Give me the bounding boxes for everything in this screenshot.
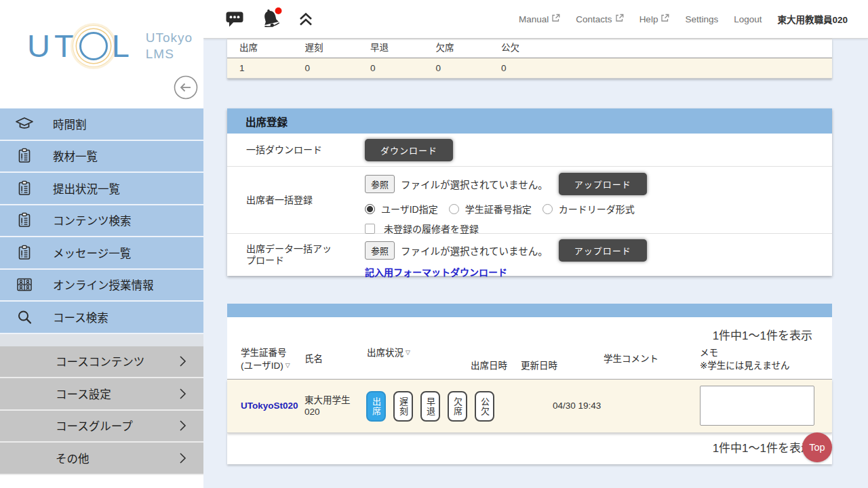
sidebar-section-divider — [0, 334, 203, 346]
clipboard-icon — [14, 178, 35, 199]
sidebar-item-materials[interactable]: 教材一覧 — [0, 141, 203, 174]
table-header: 1件中1〜1件を表示 学生証番号 (ユーザID)▽ 氏名 出席状況▽ 出席日時 … — [227, 317, 832, 380]
sidebar-item-online-class-info[interactable]: オンライン授業情報 — [0, 270, 203, 302]
utol-logo: UT L UTokyo LMS — [27, 30, 193, 62]
sidebar-item-label: オンライン授業情報 — [53, 277, 154, 293]
browse-button[interactable]: 参照 — [365, 175, 395, 193]
status-button-late[interactable]: 遅刻 — [393, 391, 413, 422]
logo-subtitle: UTokyo LMS — [146, 30, 193, 62]
summary-header: 早退 — [358, 40, 424, 58]
column-status[interactable]: 出席状況▽ — [367, 346, 410, 359]
header-links: Manual Contacts Help Settings Logout 東大用… — [519, 12, 848, 26]
checkbox-label: 未登録の履修者を登録 — [384, 222, 479, 235]
summary-value: 0 — [424, 63, 490, 73]
table-row: UTokyoSt020 東大用学生020 出席 遅刻 早退 欠席 公欠 04/3… — [227, 380, 832, 433]
settings-link[interactable]: Settings — [685, 14, 718, 24]
logout-link[interactable]: Logout — [734, 14, 762, 24]
student-name: 東大用学生020 — [304, 394, 361, 418]
search-icon — [14, 307, 35, 327]
clipboard-icon — [14, 210, 35, 230]
upload-button[interactable]: アップロード — [559, 239, 647, 262]
external-link-icon — [551, 14, 560, 24]
sidebar-item-label: コンテンツ検索 — [53, 212, 132, 228]
radio-label: 学生証番号指定 — [465, 202, 532, 216]
upload-button[interactable]: アップロード — [559, 173, 647, 195]
chat-icon[interactable] — [225, 9, 245, 28]
logo-text-l: L — [112, 30, 134, 62]
clipboard-icon — [14, 243, 35, 263]
scroll-to-top-button[interactable]: Top — [802, 432, 832, 462]
column-name: 氏名 — [304, 352, 323, 365]
summary-value-row: 1 0 0 0 0 — [227, 58, 832, 79]
chevron-right-icon — [178, 419, 187, 432]
browse-button[interactable]: 参照 — [365, 241, 395, 260]
sidebar-item-submission-status[interactable]: 提出状況一覧 — [0, 173, 203, 205]
sidebar-item-label: コースグループ — [56, 418, 133, 434]
column-student-id[interactable]: 学生証番号 (ユーザID)▽ — [241, 346, 290, 372]
main-content: 出席 遅刻 早退 欠席 公欠 1 0 0 0 0 出席登録 一括ダウンロード ダ… — [203, 39, 868, 488]
sidebar-item-others[interactable]: その他 — [0, 443, 203, 475]
status-button-absent[interactable]: 欠席 — [448, 391, 467, 422]
sort-icon: ▽ — [406, 349, 410, 356]
summary-value: 0 — [358, 63, 424, 73]
status-button-excused[interactable]: 公欠 — [475, 391, 494, 422]
sidebar-item-label: 提出状況一覧 — [53, 180, 120, 197]
attendance-summary-table: 出席 遅刻 早退 欠席 公欠 1 0 0 0 0 — [227, 39, 832, 79]
column-update-time: 更新日時 — [521, 359, 557, 372]
attendance-register-panel: 出席登録 一括ダウンロード ダウンロード 出席者一括登録 参照 ファイルが選択さ… — [227, 108, 832, 276]
sidebar-item-label: コースコンテンツ — [56, 353, 144, 369]
chevron-right-icon — [178, 354, 187, 368]
table-top-bar — [227, 304, 832, 317]
summary-header: 欠席 — [424, 40, 490, 58]
sidebar-item-course-group[interactable]: コースグループ — [0, 411, 203, 443]
external-link-icon — [615, 14, 624, 24]
summary-header: 遅刻 — [293, 40, 359, 58]
clipboard-icon — [14, 146, 35, 166]
sidebar-item-course-contents[interactable]: コースコンテンツ — [0, 346, 203, 379]
sidebar-item-label: メッセージ一覧 — [53, 245, 131, 261]
field-label: 一括ダウンロード — [227, 134, 344, 166]
memo-textarea[interactable] — [700, 386, 814, 426]
table-footer: 1件中1〜1件を表示 — [227, 433, 832, 464]
radio-user-id[interactable] — [365, 204, 375, 214]
status-button-early-leave[interactable]: 早退 — [420, 391, 440, 422]
radio-label: カードリーダ形式 — [559, 202, 635, 216]
bulk-download-row: 一括ダウンロード ダウンロード — [227, 134, 832, 167]
logo-o-ring-icon — [79, 32, 108, 60]
register-unenrolled-checkbox[interactable] — [365, 224, 375, 234]
radio-card-reader[interactable] — [542, 204, 553, 214]
sidebar-item-timetable[interactable]: 時間割 — [0, 108, 203, 141]
status-button-present[interactable]: 出席 — [366, 391, 386, 422]
collapse-up-icon[interactable] — [297, 10, 315, 28]
people-grid-icon — [14, 274, 35, 295]
sidebar-item-message-list[interactable]: メッセージ一覧 — [0, 237, 203, 270]
format-download-link[interactable]: 記入用フォーマットダウンロード — [365, 265, 507, 279]
sidebar: UT L UTokyo LMS 時間割 — [0, 0, 203, 488]
graduation-cap-icon — [14, 114, 35, 134]
contacts-link[interactable]: Contacts — [576, 14, 623, 24]
bulk-register-row: 出席者一括登録 参照 ファイルが選択されていません。 アップロード ユーザID指… — [227, 167, 832, 234]
notification-dot — [275, 7, 282, 14]
bell-icon[interactable] — [259, 6, 283, 32]
sidebar-item-course-search[interactable]: コース検索 — [0, 302, 203, 334]
column-memo: メモ ※学生には見えません — [700, 346, 789, 372]
help-link[interactable]: Help — [639, 14, 670, 24]
sidebar-item-content-search[interactable]: コンテンツ検索 — [0, 205, 203, 238]
sidebar-item-label: その他 — [56, 450, 90, 466]
radio-student-card-number[interactable] — [449, 204, 459, 214]
sidebar-item-label: コース設定 — [56, 386, 111, 402]
summary-header: 公欠 — [489, 40, 555, 58]
field-label: 出席者一括登録 — [227, 167, 344, 233]
external-link-icon — [660, 14, 669, 24]
back-arrow-icon — [173, 92, 199, 102]
download-button[interactable]: ダウンロード — [365, 139, 453, 161]
sidebar-collapse-button[interactable] — [173, 75, 199, 100]
summary-value: 0 — [489, 63, 555, 73]
radio-label: ユーザID指定 — [381, 202, 438, 216]
panel-title: 出席登録 — [227, 108, 832, 134]
manual-link[interactable]: Manual — [519, 14, 560, 24]
sidebar-item-course-settings[interactable]: コース設定 — [0, 378, 203, 411]
student-id-link[interactable]: UTokyoSt020 — [241, 401, 298, 411]
top-header: Manual Contacts Help Settings Logout 東大用… — [203, 0, 868, 39]
summary-header-row: 出席 遅刻 早退 欠席 公欠 — [227, 39, 832, 58]
